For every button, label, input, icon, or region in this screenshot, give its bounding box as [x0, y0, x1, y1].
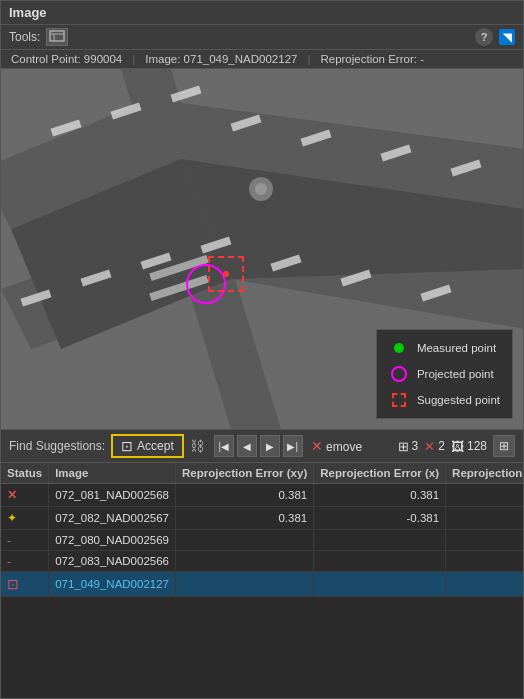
image-info: Image: 071_049_NAD002127: [145, 53, 297, 65]
nav-next-button[interactable]: ▶: [260, 435, 280, 457]
table-header-row: Status Image Reprojection Error (xy) Rep…: [1, 463, 523, 484]
expand-button[interactable]: ◥: [499, 29, 515, 45]
cell-status: ⊡: [1, 572, 49, 597]
measured-point-marker: [223, 271, 229, 277]
tools-icon[interactable]: [46, 28, 68, 46]
table-row[interactable]: ✦072_082_NAD0025670.381-0.381: [1, 507, 523, 530]
header-image[interactable]: Image: [49, 463, 176, 484]
tools-bar: Tools: ? ◥: [1, 25, 523, 50]
cell-image: 072_082_NAD002567: [49, 507, 176, 530]
tools-right-buttons: ? ◥: [475, 28, 515, 46]
table-row[interactable]: -072_083_NAD002566: [1, 551, 523, 572]
suggested-icon-shape: [392, 393, 406, 407]
cell-status: -: [1, 530, 49, 551]
suggested-legend-icon: [389, 390, 409, 410]
legend-measured: Measured point: [389, 338, 500, 358]
cell-reprojection-xy: [175, 530, 313, 551]
cell-status: ✦: [1, 507, 49, 530]
count-1-value: 3: [412, 439, 419, 453]
legend-projected: Projected point: [389, 364, 500, 384]
cell-reprojection-xy: [175, 572, 313, 597]
info-separator-2: |: [307, 53, 310, 65]
legend-overlay: Measured point Projected point Suggested…: [376, 329, 513, 419]
legend-suggested: Suggested point: [389, 390, 500, 410]
count-badge-1: ⊞ 3: [398, 439, 419, 454]
svg-point-29: [255, 183, 267, 195]
cell-image: 072_083_NAD002566: [49, 551, 176, 572]
svg-rect-0: [50, 31, 64, 41]
cell-reprojection-x: [314, 551, 446, 572]
remove-icon: ✕: [311, 438, 323, 454]
cell-status: ✕: [1, 484, 49, 507]
cell-image: 072_080_NAD002569: [49, 530, 176, 551]
count-3-value: 128: [467, 439, 487, 453]
count-2-value: 2: [438, 439, 445, 453]
app-title: Image: [9, 5, 47, 20]
cell-reprojection-xy: 0.381: [175, 484, 313, 507]
cell-reprojection: [446, 572, 523, 597]
cell-reprojection-xy: [175, 551, 313, 572]
nav-last-button[interactable]: ▶|: [283, 435, 303, 457]
table-row[interactable]: -072_080_NAD002569: [1, 530, 523, 551]
info-separator-1: |: [132, 53, 135, 65]
header-status[interactable]: Status: [1, 463, 49, 484]
nav-controls: |◀ ◀ ▶ ▶|: [214, 435, 303, 457]
projected-legend-icon: [389, 364, 409, 384]
header-reprojection-xy[interactable]: Reprojection Error (xy): [175, 463, 313, 484]
accept-button[interactable]: ⊡ Accept: [111, 434, 184, 458]
info-bar: Control Point: 990004 | Image: 071_049_N…: [1, 50, 523, 69]
count-badges: ⊞ 3 ✕ 2 🖼 128 ⊞: [398, 435, 515, 457]
cell-reprojection-x: [314, 572, 446, 597]
nav-prev-button[interactable]: ◀: [237, 435, 257, 457]
table-row[interactable]: ⊡071_049_NAD002127: [1, 572, 523, 597]
reprojection-error-info: Reprojection Error: -: [320, 53, 424, 65]
projected-icon-shape: [391, 366, 407, 382]
count-badge-3: 🖼 128: [451, 439, 487, 454]
cell-reprojection-x: [314, 530, 446, 551]
image-viewport[interactable]: Measured point Projected point Suggested…: [1, 69, 523, 429]
accept-label: Accept: [137, 439, 174, 453]
cell-reprojection: [446, 551, 523, 572]
count-badge-2: ✕ 2: [424, 439, 445, 454]
table-container[interactable]: Status Image Reprojection Error (xy) Rep…: [1, 463, 523, 698]
grid-button[interactable]: ⊞: [493, 435, 515, 457]
projected-label: Projected point: [417, 368, 494, 380]
nav-first-button[interactable]: |◀: [214, 435, 234, 457]
cell-reprojection-x: 0.381: [314, 484, 446, 507]
header-reprojection-x[interactable]: Reprojection Error (x): [314, 463, 446, 484]
measured-icon-shape: [394, 343, 404, 353]
help-button[interactable]: ?: [475, 28, 493, 46]
cell-reprojection-x: -0.381: [314, 507, 446, 530]
remove-label: emove: [326, 440, 362, 454]
image-icon: 🖼: [451, 439, 464, 454]
find-suggestions-label: Find Suggestions:: [9, 439, 105, 453]
cell-status: -: [1, 551, 49, 572]
cell-reprojection: [446, 530, 523, 551]
control-point-info: Control Point: 990004: [11, 53, 122, 65]
cell-reprojection: [446, 484, 523, 507]
accept-icon: ⊡: [121, 438, 133, 454]
cell-reprojection: [446, 507, 523, 530]
measured-label: Measured point: [417, 342, 496, 354]
cell-image: 071_049_NAD002127: [49, 572, 176, 597]
table-row[interactable]: ✕072_081_NAD0025680.3810.381: [1, 484, 523, 507]
cell-reprojection-xy: 0.381: [175, 507, 313, 530]
x-icon: ✕: [424, 439, 435, 454]
tools-label: Tools:: [9, 30, 40, 44]
square-icon: ⊞: [398, 439, 409, 454]
chain-icon: ⛓: [190, 438, 204, 454]
title-bar: Image: [1, 1, 523, 25]
header-reprojection[interactable]: Reprojection: [446, 463, 523, 484]
measured-legend-icon: [389, 338, 409, 358]
cell-image: 072_081_NAD002568: [49, 484, 176, 507]
suggested-label: Suggested point: [417, 394, 500, 406]
action-bar: Find Suggestions: ⊡ Accept ⛓ |◀ ◀ ▶ ▶| ✕…: [1, 429, 523, 463]
remove-button[interactable]: ✕ emove: [311, 438, 362, 454]
data-table: Status Image Reprojection Error (xy) Rep…: [1, 463, 523, 597]
